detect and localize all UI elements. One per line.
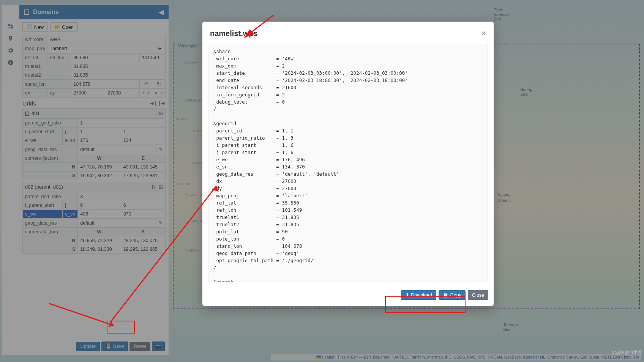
download-button[interactable]: ⬇ Download [401, 290, 436, 300]
namelist-modal: namelist.wps × &share wrf_core = 'ARW' m… [202, 22, 494, 306]
copy-button[interactable]: 📋 Copy [439, 290, 466, 300]
namelist-code[interactable]: &share wrf_core = 'ARW' max_dom = 2 star… [208, 44, 488, 282]
close-button[interactable]: Close [468, 290, 488, 300]
close-icon[interactable]: × [481, 28, 486, 38]
watermark: CSDN @习水漠 [612, 349, 642, 355]
modal-title: namelist.wps [210, 29, 258, 38]
